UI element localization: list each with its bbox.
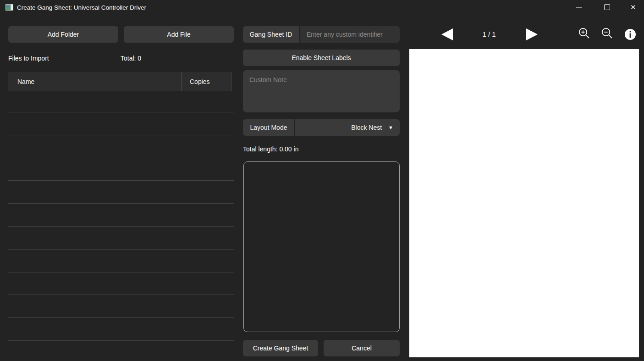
create-gang-sheet-button[interactable]: Create Gang Sheet bbox=[243, 340, 318, 356]
zoom-in-icon[interactable] bbox=[577, 26, 590, 40]
chevron-down-icon: ▼ bbox=[388, 125, 393, 130]
sheet-preview-canvas bbox=[409, 49, 639, 357]
enable-sheet-labels-button[interactable]: Enable Sheet Labels bbox=[243, 50, 400, 66]
app-icon bbox=[6, 4, 13, 11]
layout-mode-label: Layout Mode bbox=[243, 119, 294, 136]
maximize-icon[interactable] bbox=[604, 4, 610, 10]
custom-note-wrap bbox=[243, 70, 400, 112]
custom-note-textarea[interactable] bbox=[243, 70, 400, 112]
layout-mode-dropdown[interactable]: Block Nest ▼ bbox=[295, 119, 400, 136]
gang-sheet-id-label: Gang Sheet ID bbox=[243, 26, 299, 43]
minimize-icon[interactable] bbox=[576, 7, 582, 8]
table-row bbox=[8, 91, 234, 112]
column-header-copies: Copies bbox=[181, 72, 231, 91]
table-row bbox=[8, 204, 234, 227]
table-row bbox=[8, 112, 234, 135]
files-to-import-label: Files to Import bbox=[8, 55, 49, 62]
gang-sheet-id-input[interactable] bbox=[300, 31, 400, 38]
info-icon[interactable] bbox=[624, 28, 636, 40]
total-count-label: Total: 0 bbox=[121, 55, 141, 62]
file-table-header: Name Copies bbox=[8, 72, 231, 91]
table-row bbox=[8, 318, 234, 341]
gang-sheet-id-field-wrap bbox=[300, 26, 400, 43]
zoom-out-icon[interactable] bbox=[600, 26, 613, 40]
window-title: Create Gang Sheet: Universal Controller … bbox=[17, 4, 146, 11]
total-length-label: Total length: 0.00 in bbox=[243, 145, 298, 153]
file-table-body bbox=[8, 91, 234, 341]
table-row bbox=[8, 295, 234, 318]
next-page-icon[interactable] bbox=[526, 28, 538, 40]
page-indicator: 1 / 1 bbox=[475, 30, 503, 38]
table-row bbox=[8, 181, 234, 204]
column-header-name: Name bbox=[8, 78, 181, 85]
add-folder-button[interactable]: Add Folder bbox=[8, 26, 118, 43]
previous-page-icon[interactable] bbox=[441, 28, 453, 40]
table-row bbox=[8, 227, 234, 250]
table-row bbox=[8, 272, 234, 295]
table-row bbox=[8, 250, 234, 272]
close-icon[interactable]: ✕ bbox=[630, 3, 636, 12]
title-bar: Create Gang Sheet: Universal Controller … bbox=[0, 0, 644, 16]
table-row bbox=[8, 158, 234, 181]
cancel-button[interactable]: Cancel bbox=[324, 340, 400, 356]
layout-mode-value: Block Nest bbox=[351, 124, 382, 131]
add-file-button[interactable]: Add File bbox=[124, 26, 234, 43]
layout-preview-box bbox=[243, 161, 400, 332]
table-row bbox=[8, 135, 234, 158]
